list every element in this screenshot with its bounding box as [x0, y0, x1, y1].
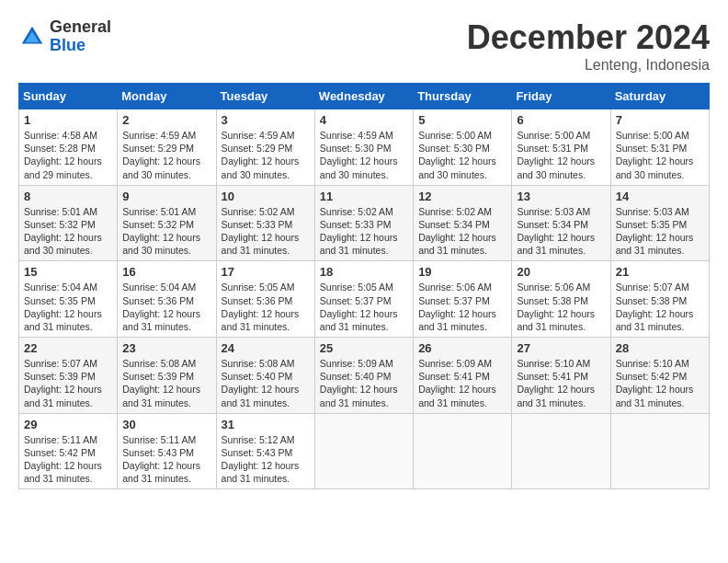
- day-cell-27: 27 Sunrise: 5:10 AMSunset: 5:41 PMDaylig…: [512, 338, 610, 414]
- day-cell-30: 30 Sunrise: 5:11 AMSunset: 5:43 PMDaylig…: [118, 413, 216, 489]
- header-wednesday: Wednesday: [314, 84, 413, 109]
- day-cell-15: 15 Sunrise: 5:04 AMSunset: 5:35 PMDaylig…: [19, 261, 118, 338]
- header-sunday: Sunday: [19, 84, 118, 109]
- day-cell-22: 22 Sunrise: 5:07 AMSunset: 5:39 PMDaylig…: [19, 338, 118, 414]
- calendar-table: Sunday Monday Tuesday Wednesday Thursday…: [18, 83, 710, 489]
- day-cell-24: 24 Sunrise: 5:08 AMSunset: 5:40 PMDaylig…: [216, 338, 314, 414]
- day-cell-26: 26 Sunrise: 5:09 AMSunset: 5:41 PMDaylig…: [414, 338, 512, 414]
- day-cell-23: 23 Sunrise: 5:08 AMSunset: 5:39 PMDaylig…: [118, 338, 216, 414]
- day-cell-20: 20 Sunrise: 5:06 AMSunset: 5:38 PMDaylig…: [512, 261, 610, 338]
- day-cell-9: 9 Sunrise: 5:01 AMSunset: 5:32 PMDayligh…: [118, 185, 216, 261]
- empty-cell-4: [610, 413, 709, 489]
- day-cell-7: 7 Sunrise: 5:00 AMSunset: 5:31 PMDayligh…: [610, 109, 709, 186]
- logo-icon: [18, 23, 46, 51]
- header-saturday: Saturday: [610, 84, 709, 109]
- day-cell-16: 16 Sunrise: 5:04 AMSunset: 5:36 PMDaylig…: [118, 261, 216, 338]
- logo-blue-text: Blue: [50, 36, 85, 54]
- header-friday: Friday: [512, 84, 610, 109]
- empty-cell-2: [414, 413, 512, 489]
- day-cell-8: 8 Sunrise: 5:01 AMSunset: 5:32 PMDayligh…: [19, 185, 118, 261]
- header-tuesday: Tuesday: [216, 84, 314, 109]
- day-cell-17: 17 Sunrise: 5:05 AMSunset: 5:36 PMDaylig…: [216, 261, 314, 338]
- header: General Blue December 2024 Lenteng, Indo…: [18, 18, 710, 74]
- week-row-1: 1 Sunrise: 4:58 AMSunset: 5:28 PMDayligh…: [19, 109, 710, 186]
- day-cell-1: 1 Sunrise: 4:58 AMSunset: 5:28 PMDayligh…: [19, 109, 118, 186]
- day-cell-5: 5 Sunrise: 5:00 AMSunset: 5:30 PMDayligh…: [414, 109, 512, 186]
- logo-general-text: General: [50, 17, 111, 36]
- week-row-2: 8 Sunrise: 5:01 AMSunset: 5:32 PMDayligh…: [19, 185, 710, 261]
- day-cell-2: 2 Sunrise: 4:59 AMSunset: 5:29 PMDayligh…: [118, 109, 216, 186]
- day-cell-4: 4 Sunrise: 4:59 AMSunset: 5:30 PMDayligh…: [314, 109, 413, 186]
- title-area: December 2024 Lenteng, Indonesia: [467, 18, 710, 74]
- month-title: December 2024: [467, 18, 710, 57]
- day-cell-10: 10 Sunrise: 5:02 AMSunset: 5:33 PMDaylig…: [216, 185, 314, 261]
- empty-cell-1: [314, 413, 413, 489]
- day-cell-11: 11 Sunrise: 5:02 AMSunset: 5:33 PMDaylig…: [314, 185, 413, 261]
- day-cell-21: 21 Sunrise: 5:07 AMSunset: 5:38 PMDaylig…: [610, 261, 709, 338]
- day-cell-29: 29 Sunrise: 5:11 AMSunset: 5:42 PMDaylig…: [19, 413, 118, 489]
- day-cell-19: 19 Sunrise: 5:06 AMSunset: 5:37 PMDaylig…: [414, 261, 512, 338]
- days-header-row: Sunday Monday Tuesday Wednesday Thursday…: [19, 84, 710, 109]
- day-cell-31: 31 Sunrise: 5:12 AMSunset: 5:43 PMDaylig…: [216, 413, 314, 489]
- logo-text: General Blue: [50, 18, 111, 55]
- week-row-5: 29 Sunrise: 5:11 AMSunset: 5:42 PMDaylig…: [19, 413, 710, 489]
- day-cell-6: 6 Sunrise: 5:00 AMSunset: 5:31 PMDayligh…: [512, 109, 610, 186]
- logo: General Blue: [18, 18, 111, 55]
- empty-cell-3: [512, 413, 610, 489]
- week-row-3: 15 Sunrise: 5:04 AMSunset: 5:35 PMDaylig…: [19, 261, 710, 338]
- header-monday: Monday: [118, 84, 216, 109]
- week-row-4: 22 Sunrise: 5:07 AMSunset: 5:39 PMDaylig…: [19, 338, 710, 414]
- day-cell-3: 3 Sunrise: 4:59 AMSunset: 5:29 PMDayligh…: [216, 109, 314, 186]
- day-cell-14: 14 Sunrise: 5:03 AMSunset: 5:35 PMDaylig…: [610, 185, 709, 261]
- header-thursday: Thursday: [414, 84, 512, 109]
- day-cell-25: 25 Sunrise: 5:09 AMSunset: 5:40 PMDaylig…: [314, 338, 413, 414]
- location: Lenteng, Indonesia: [467, 57, 710, 74]
- day-cell-18: 18 Sunrise: 5:05 AMSunset: 5:37 PMDaylig…: [314, 261, 413, 338]
- day-cell-28: 28 Sunrise: 5:10 AMSunset: 5:42 PMDaylig…: [610, 338, 709, 414]
- day-cell-12: 12 Sunrise: 5:02 AMSunset: 5:34 PMDaylig…: [414, 185, 512, 261]
- day-cell-13: 13 Sunrise: 5:03 AMSunset: 5:34 PMDaylig…: [512, 185, 610, 261]
